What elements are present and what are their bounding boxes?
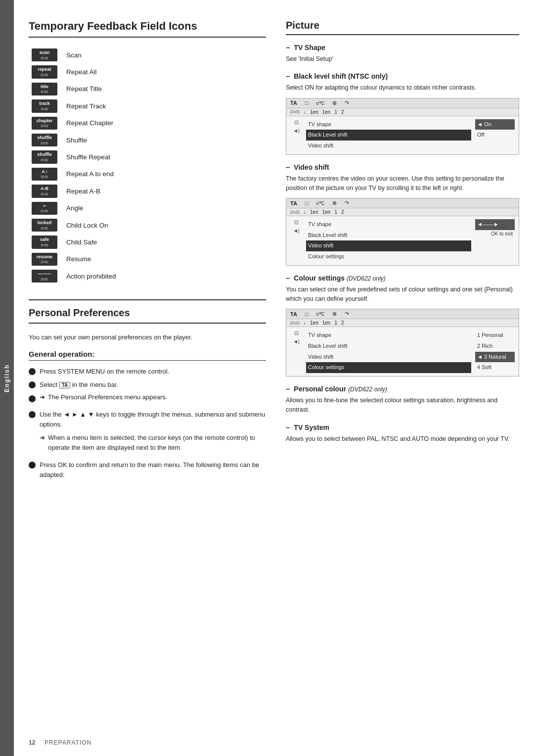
icon-label: Shuffle xyxy=(63,132,266,148)
bullet-list: Press SYSTEM MENU on the remote control.… xyxy=(29,367,266,480)
top-icon-circle-2: ⊗ xyxy=(332,200,337,206)
icon-box: lockedDVD xyxy=(32,219,57,232)
menu-tv-shape: TV shape xyxy=(306,119,471,130)
icon-cell: titleDVD xyxy=(29,81,63,97)
icon-sub-label: DVD xyxy=(34,73,55,78)
icon-label: Repeat A to end xyxy=(63,166,266,183)
icon-box: scanDVD xyxy=(32,48,57,61)
table-row: A-BDVDRepeat A-B xyxy=(29,183,266,199)
page-number: 12 xyxy=(29,739,35,746)
icon-eject-2: ⊡ xyxy=(294,219,299,226)
main-content: Temporary Feedback Field Icons scanDVDSc… xyxy=(14,0,534,756)
icon-box: repeatDVD xyxy=(32,65,57,78)
icon-sub-label: DVD xyxy=(34,124,55,129)
table-row: ———DVDAction prohibited xyxy=(29,268,266,284)
num-5: 1 xyxy=(334,320,337,326)
icon-eject: ⊡ xyxy=(294,119,299,126)
colour-settings-heading: – Colour settings (DVD622 only) xyxy=(286,274,519,282)
icon-label: Child Lock On xyxy=(63,217,266,234)
video-shift-desc: The factory centres the video on your sc… xyxy=(286,174,519,193)
video-shift-heading: – Video shift xyxy=(286,163,519,171)
icon-label: Shuffle Repeat xyxy=(63,148,266,165)
arrow-text: When a menu item is selected, the cursor… xyxy=(48,433,266,452)
list-item: Press OK to confirm and return to the ma… xyxy=(29,460,266,479)
personal-colour-heading: – Personal colour (DVD622 only) xyxy=(286,384,519,393)
tv-shape-desc: See 'Initial Setup' xyxy=(286,54,519,64)
arrow-icon: ➜ xyxy=(40,433,45,443)
top-icon-box-2: □ xyxy=(305,200,309,206)
personal-colour-label: Personal colour (DVD622 only) xyxy=(294,385,387,393)
language-tab: English xyxy=(0,0,14,756)
icon-cell: lockedDVD xyxy=(29,217,63,234)
arrow-text: The Personal Preferences menu appears. xyxy=(48,392,167,402)
black-level-label: Black level shift (NTSC only) xyxy=(294,72,388,80)
video-shift-label: Video shift xyxy=(294,163,329,171)
dvd-label-2: DVD xyxy=(290,210,300,215)
num-1: 1 xyxy=(334,109,337,115)
menu-tv-shape-3: TV shape xyxy=(306,330,471,341)
dvd-label-1: DVD xyxy=(290,109,300,114)
screen-body-1: ⊡ ◄| TV shape Black Level shift Video sh… xyxy=(286,116,519,154)
tv-shape-label: TV Shape xyxy=(294,44,325,51)
table-row: scanDVDScan xyxy=(29,47,266,63)
table-row: ››DVDAngle xyxy=(29,200,266,217)
icon-cell: ››DVD xyxy=(29,200,63,217)
top-icon-box: □ xyxy=(305,100,309,106)
dvd-label-3: DVD xyxy=(290,321,300,326)
len-4: 1en xyxy=(322,209,331,215)
right-column: Picture – TV Shape See 'Initial Setup' –… xyxy=(286,20,519,736)
num-2: 2 xyxy=(341,109,344,115)
len-2: 1en xyxy=(322,109,331,115)
colour-settings-label: Colour settings (DVD622 only) xyxy=(294,274,385,282)
icon-cell: trackDVD xyxy=(29,97,63,114)
icon-stop: ◄| xyxy=(293,128,300,134)
page-container: English Temporary Feedback Field Icons s… xyxy=(0,0,534,756)
screen-top-bar-3: TA □ υ℃ ⊗ ↷ xyxy=(286,309,519,319)
icon-box: shuffleDVD xyxy=(32,150,57,163)
screen-menu-3: TV shape Black Level shift Video shift C… xyxy=(306,330,471,373)
icon-sub-label: DVD xyxy=(34,243,55,248)
bullet-dot xyxy=(29,368,36,375)
icon-sub-label: DVD xyxy=(34,175,55,180)
bullet-text: Press SYSTEM MENU on the remote control. xyxy=(40,367,169,377)
icon-box: A-BDVD xyxy=(32,185,57,197)
personal-colour-desc: Allows you to fine-tune the selected col… xyxy=(286,396,519,415)
screen-menu-2: TV shape Black Level shift Video shift C… xyxy=(306,219,471,262)
icon-label: Repeat All xyxy=(63,63,266,80)
bullet-text: Select TA in the menu bar. xyxy=(40,380,118,390)
menu-black-level-2: Black Level shift xyxy=(306,230,471,241)
icon-label: Repeat A-B xyxy=(63,183,266,199)
icon-stop-2: ◄| xyxy=(293,228,300,234)
icon-label: Angle xyxy=(63,200,266,217)
menu-video-shift-2: Video shift xyxy=(306,240,471,251)
table-row: chapterDVDRepeat Chapter xyxy=(29,115,266,132)
menu-tv-shape-2: TV shape xyxy=(306,219,471,230)
icon-box: titleDVD xyxy=(32,83,57,95)
icon-sub-label: DVD xyxy=(34,141,55,146)
ok-to-exit: OK to exit xyxy=(475,230,515,237)
bullet-dot xyxy=(29,462,36,469)
left-column: Temporary Feedback Field Icons scanDVDSc… xyxy=(29,20,266,736)
icon-box: trackDVD xyxy=(32,99,57,112)
screen-right-panel-2: ◄——► OK to exit xyxy=(475,219,515,262)
icon-box: resumeDVD xyxy=(32,253,57,266)
icon-sub-label: DVD xyxy=(34,209,55,214)
screen-left-icons-1: ⊡ ◄| xyxy=(290,119,302,151)
table-row: A ›DVDRepeat A to end xyxy=(29,166,266,183)
arrow-icon: ➜ xyxy=(40,392,45,402)
screen-body-3: ⊡ ◄| TV shape Black Level shift Video sh… xyxy=(286,327,519,376)
icon-sub-label: DVD xyxy=(34,192,55,197)
len-5: 1en xyxy=(310,320,318,326)
bullet-text: Press OK to confirm and return to the ma… xyxy=(40,460,266,479)
tv-system-desc: Allows you to select between PAL, NTSC a… xyxy=(286,434,519,444)
icon-sub-label: DVD xyxy=(34,226,55,231)
icon-label: Action prohibited xyxy=(63,268,266,284)
num-6: 2 xyxy=(341,320,344,326)
list-item: Select TA in the menu bar. xyxy=(29,380,266,390)
personal-preferences-section: Personal Preferences You can set your ow… xyxy=(29,307,266,479)
screen-right-panel-1: ◄ On Off xyxy=(475,119,515,151)
icon-label: Repeat Title xyxy=(63,81,266,97)
list-item: ➜ When a menu item is selected, the curs… xyxy=(40,433,266,456)
icon-label: Scan xyxy=(63,47,266,63)
icon-cell: repeatDVD xyxy=(29,63,63,80)
